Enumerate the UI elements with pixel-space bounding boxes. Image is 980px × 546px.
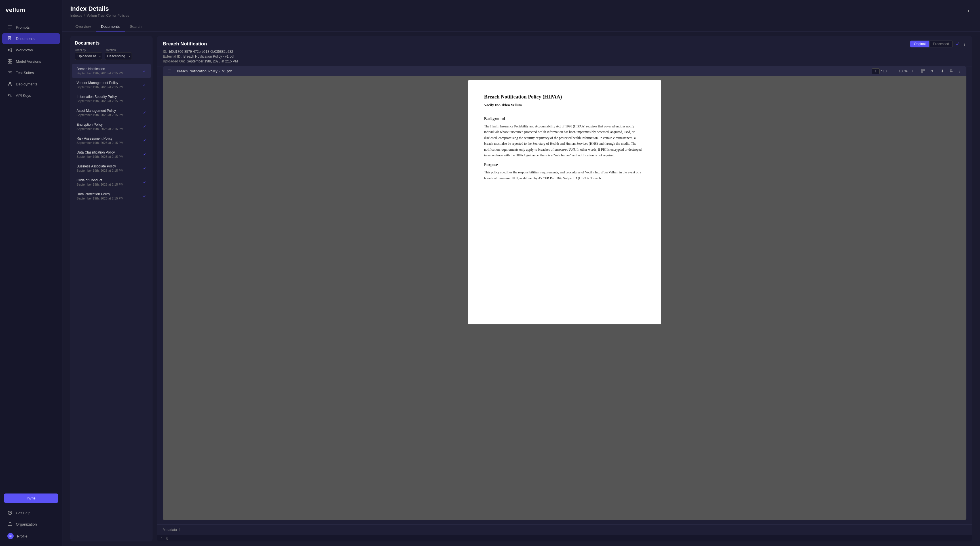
pdf-doc-title: Breach Notification Policy (HIPAA): [484, 94, 645, 100]
doc-check-icon: ✓: [143, 180, 146, 184]
sidebar-item-label: Organization: [16, 522, 37, 527]
meta-uploaded-on-row: Uploaded On: September 19th, 2023 at 2:1…: [163, 59, 966, 63]
doc-item-name: Data Classification Policy: [76, 150, 143, 154]
detail-more-button[interactable]: ⋮: [963, 42, 966, 46]
order-by-group: Order by Uploaded at Name Status ▾: [75, 48, 102, 60]
sidebar-item-label: Deployments: [16, 82, 37, 86]
pdf-page-input[interactable]: 1: [872, 69, 880, 74]
tab-search[interactable]: Search: [125, 22, 146, 32]
sidebar-item-organization[interactable]: Organization: [2, 519, 60, 530]
get-help-icon: [7, 510, 13, 516]
order-by-select-wrap: Uploaded at Name Status ▾: [75, 53, 102, 60]
pdf-download-button[interactable]: ⬇: [939, 69, 945, 74]
detail-panel: Breach Notification Original Processed ✓…: [157, 36, 972, 541]
list-item[interactable]: Business Associate Policy September 19th…: [72, 161, 151, 175]
pdf-viewer: ☰ Breach_Notification_Policy_-_v1.pdf 1 …: [157, 66, 972, 524]
metadata-info-icon[interactable]: ℹ: [179, 528, 181, 532]
doc-item-info: Business Associate Policy September 19th…: [76, 164, 143, 172]
sidebar-item-label: Documents: [16, 37, 35, 41]
view-original-button[interactable]: Original: [910, 41, 929, 47]
pdf-more-button[interactable]: ⋮: [956, 69, 963, 74]
pdf-page-total: 10: [883, 69, 886, 73]
order-by-select[interactable]: Uploaded at Name Status: [75, 53, 102, 60]
pdf-toolbar: ☰ Breach_Notification_Policy_-_v1.pdf 1 …: [163, 66, 966, 76]
doc-check-icon: ✓: [143, 69, 146, 73]
tab-overview[interactable]: Overview: [70, 22, 96, 32]
sidebar-item-profile[interactable]: N Profile: [2, 530, 60, 542]
svg-rect-17: [921, 69, 923, 70]
metadata-bar: Metadata ℹ: [157, 524, 972, 535]
sidebar-item-deployments[interactable]: Deployments: [2, 78, 60, 89]
metadata-content: {}: [166, 536, 168, 540]
svg-rect-18: [923, 69, 925, 70]
sidebar-item-api-keys[interactable]: API Keys: [2, 90, 60, 101]
app-logo: vellum: [0, 0, 62, 19]
doc-item-info: Vendor Management Policy September 19th,…: [76, 81, 143, 89]
doc-check-icon: ✓: [143, 152, 146, 156]
doc-check-icon: ✓: [143, 138, 146, 143]
sidebar: vellum Prompts Documents Workflows Model…: [0, 0, 62, 546]
list-item[interactable]: Risk Assessment Policy September 19th, 2…: [72, 134, 151, 147]
tab-documents[interactable]: Documents: [96, 22, 125, 32]
detail-actions: Original Processed ✓ ⋮: [910, 41, 966, 47]
sidebar-item-model-versions[interactable]: Model Versions: [2, 56, 60, 67]
detail-title-row: Breach Notification Original Processed ✓…: [163, 41, 966, 47]
sidebar-item-workflows[interactable]: Workflows: [2, 45, 60, 55]
pdf-refresh-button[interactable]: ↻: [929, 69, 935, 74]
doc-check-icon: ✓: [143, 166, 146, 171]
pdf-menu-button[interactable]: ☰: [166, 69, 172, 74]
doc-item-date: September 19th, 2023 at 2:15 PM: [76, 197, 143, 200]
pdf-zoom-in-button[interactable]: +: [910, 69, 915, 74]
doc-item-date: September 19th, 2023 at 2:15 PM: [76, 155, 143, 158]
main-tabs: Overview Documents Search: [62, 18, 980, 32]
pdf-print-button[interactable]: 🖶: [948, 69, 954, 74]
list-item[interactable]: Data Classification Policy September 19t…: [72, 148, 151, 161]
list-item[interactable]: Code of Conduct September 19th, 2023 at …: [72, 176, 151, 189]
doc-item-date: September 19th, 2023 at 2:15 PM: [76, 85, 143, 89]
sidebar-item-label: Test Suites: [16, 71, 34, 75]
api-keys-icon: [7, 93, 13, 98]
pdf-zoom-out-button[interactable]: −: [891, 69, 897, 74]
list-item[interactable]: Breach Notification September 19th, 2023…: [72, 64, 151, 78]
svg-rect-2: [8, 28, 11, 29]
page-title: Index Details: [70, 5, 129, 13]
doc-check-icon: ✓: [143, 96, 146, 101]
pdf-fit-button[interactable]: [920, 68, 926, 74]
direction-select[interactable]: Descending Ascending: [105, 53, 132, 60]
sidebar-item-prompts[interactable]: Prompts: [2, 22, 60, 33]
meta-uploaded-on-value: September 19th, 2023 at 2:15 PM: [187, 59, 238, 63]
list-item[interactable]: Vendor Management Policy September 19th,…: [72, 78, 151, 92]
documents-panel-header: Documents Order by Uploaded at Name Stat…: [70, 36, 153, 62]
metadata-line-number: 1: [161, 536, 163, 540]
svg-point-15: [10, 514, 10, 514]
doc-item-info: Information Security Policy September 19…: [76, 95, 143, 103]
header-more-button[interactable]: ⋮: [965, 8, 972, 15]
breadcrumb-parent[interactable]: Indexes: [70, 14, 82, 18]
list-item[interactable]: Information Security Policy September 19…: [72, 92, 151, 105]
view-processed-button[interactable]: Processed: [929, 41, 953, 47]
sidebar-item-get-help[interactable]: Get Help: [2, 508, 60, 518]
pdf-page: Breach Notification Policy (HIPAA) Vocif…: [468, 80, 661, 324]
breadcrumb-separator: /: [84, 14, 85, 18]
doc-check-icon: ✓: [143, 110, 146, 115]
pdf-background-title: Background: [484, 117, 645, 121]
sidebar-item-label: Get Help: [16, 511, 30, 515]
doc-item-info: Data Protection Policy September 19th, 2…: [76, 192, 143, 200]
sidebar-bottom: Invite Get Help Organization N Profile: [0, 487, 62, 546]
invite-button[interactable]: Invite: [4, 493, 58, 503]
meta-uploaded-on-label: Uploaded On:: [163, 59, 185, 63]
sidebar-item-label: Workflows: [16, 48, 33, 52]
list-item[interactable]: Asset Management Policy September 19th, …: [72, 106, 151, 120]
sidebar-nav: Prompts Documents Workflows Model Versio…: [0, 19, 62, 487]
meta-external-id-row: External ID: Breach Notification Policy …: [163, 54, 966, 59]
doc-check-icon: ✓: [143, 83, 146, 87]
svg-rect-1: [8, 27, 11, 27]
list-item[interactable]: Encryption Policy September 19th, 2023 a…: [72, 120, 151, 133]
sidebar-item-documents[interactable]: Documents: [2, 33, 60, 44]
pdf-filename: Breach_Notification_Policy_-_v1.pdf: [177, 69, 867, 73]
svg-rect-16: [8, 523, 12, 525]
doc-item-name: Breach Notification: [76, 67, 143, 71]
sidebar-item-test-suites[interactable]: Test Suites: [2, 67, 60, 78]
detail-title: Breach Notification: [163, 41, 207, 47]
list-item[interactable]: Data Protection Policy September 19th, 2…: [72, 189, 151, 203]
